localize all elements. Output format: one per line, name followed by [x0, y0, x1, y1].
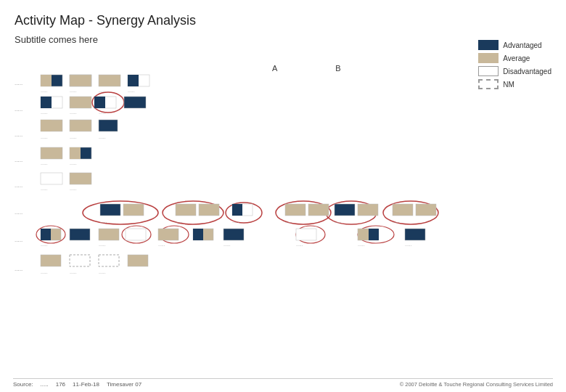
legend-box-disadvantaged: [478, 66, 499, 76]
svg-rect-54: [232, 204, 242, 216]
svg-text:.....: .....: [41, 88, 48, 93]
svg-rect-75: [126, 229, 146, 240]
svg-text:.....: .....: [393, 219, 400, 224]
legend-item-nm: NM: [478, 79, 551, 89]
legend-box-average: [478, 53, 499, 63]
svg-rect-55: [285, 204, 305, 216]
legend-label-disadvantaged: Disadvantaged: [503, 68, 551, 75]
legend-item-disadvantaged: Disadvantaged: [478, 66, 551, 76]
row1-label: .....: [15, 80, 22, 86]
svg-rect-84: [369, 229, 379, 240]
svg-text:.....: .....: [15, 237, 22, 243]
legend-item-advantaged: Advantaged: [478, 40, 551, 50]
svg-rect-1: [41, 75, 52, 86]
svg-rect-78: [193, 229, 203, 240]
svg-rect-69: [41, 229, 51, 240]
legend-label-advantaged: Advantaged: [503, 41, 541, 49]
svg-text:.....: .....: [176, 219, 183, 224]
svg-text:.....: .....: [99, 269, 106, 274]
svg-text:.....: .....: [15, 157, 22, 163]
svg-text:.....: .....: [285, 219, 292, 224]
footer-source-value: .....: [41, 381, 49, 388]
svg-text:.....: .....: [15, 209, 22, 216]
svg-rect-50: [123, 204, 144, 216]
legend-item-average: Average: [478, 53, 551, 63]
svg-rect-26: [70, 120, 91, 131]
svg-text:.....: .....: [15, 106, 22, 113]
footer-date: 11-Feb-18: [73, 381, 99, 388]
svg-rect-14: [41, 97, 52, 108]
legend-box-nm: [478, 79, 499, 89]
svg-text:.....: .....: [296, 242, 303, 247]
svg-text:.....: .....: [358, 242, 365, 247]
svg-text:.....: .....: [70, 269, 77, 274]
svg-rect-27: [99, 120, 118, 131]
legend-label-nm: NM: [503, 81, 514, 89]
footer-source-label: Source:: [13, 381, 33, 388]
svg-text:.....: .....: [232, 219, 239, 224]
svg-text:.....: .....: [99, 242, 106, 247]
page-subtitle: Subtitle comes here: [15, 34, 551, 45]
svg-rect-19: [124, 97, 146, 108]
svg-text:.....: .....: [15, 266, 22, 272]
svg-text:.....: .....: [158, 242, 165, 247]
svg-text:.....: .....: [70, 88, 77, 93]
svg-rect-76: [158, 229, 179, 240]
activity-map-svg: ..... ..... ..... ..... ..... ..... ....…: [13, 69, 456, 352]
svg-rect-60: [416, 204, 436, 216]
svg-text:.....: .....: [41, 242, 48, 247]
svg-text:.....: .....: [335, 219, 342, 224]
svg-rect-15: [70, 97, 91, 108]
svg-rect-49: [100, 204, 120, 216]
svg-text:.....: .....: [99, 134, 106, 139]
legend: Advantaged Average Disadvantaged NM: [478, 40, 551, 89]
svg-rect-38: [41, 173, 62, 184]
svg-text:.....: .....: [99, 110, 106, 115]
svg-rect-81: [296, 229, 316, 240]
svg-rect-95: [70, 255, 90, 266]
svg-rect-58: [358, 204, 378, 216]
svg-text:.....: .....: [15, 131, 22, 138]
svg-rect-70: [70, 229, 90, 240]
svg-rect-5: [99, 75, 120, 86]
svg-text:.....: .....: [100, 219, 107, 224]
svg-rect-85: [405, 229, 425, 240]
svg-text:.....: .....: [70, 110, 77, 115]
svg-text:.....: .....: [70, 160, 77, 166]
svg-rect-34: [70, 147, 81, 159]
svg-rect-7: [128, 75, 139, 86]
svg-text:.....: .....: [41, 269, 48, 274]
footer-copyright: © 2007 Deloitte & Touche Regional Consul…: [400, 381, 553, 388]
svg-rect-18: [94, 97, 105, 108]
svg-rect-56: [308, 204, 329, 216]
footer-tool: Timesaver 07: [107, 381, 142, 388]
svg-rect-79: [223, 229, 244, 240]
svg-rect-57: [335, 204, 355, 216]
footer: Source: ..... 176 11-Feb-18 Timesaver 07…: [13, 378, 553, 388]
page: Activity Map - Synergy Analysis Subtitle…: [0, 0, 566, 392]
svg-text:.....: .....: [41, 186, 48, 191]
svg-text:.....: .....: [41, 134, 48, 139]
footer-page-num: 176: [56, 381, 65, 388]
page-title: Activity Map - Synergy Analysis: [15, 13, 551, 28]
svg-text:.....: .....: [41, 160, 48, 166]
legend-box-advantaged: [478, 40, 499, 50]
svg-text:.....: .....: [70, 134, 77, 139]
svg-rect-39: [70, 173, 91, 184]
svg-rect-25: [41, 120, 52, 131]
svg-text:.....: .....: [405, 242, 412, 247]
svg-rect-96: [99, 255, 119, 266]
svg-rect-71: [99, 229, 119, 240]
legend-label-average: Average: [503, 54, 530, 62]
svg-text:.....: .....: [15, 182, 22, 189]
svg-rect-51: [176, 204, 196, 216]
svg-rect-52: [199, 204, 219, 216]
footer-left: Source: ..... 176 11-Feb-18 Timesaver 07: [13, 381, 142, 388]
svg-rect-59: [393, 204, 413, 216]
svg-rect-94: [41, 255, 61, 266]
svg-text:.....: .....: [223, 242, 231, 247]
svg-rect-4: [70, 75, 91, 86]
svg-text:.....: .....: [128, 88, 135, 93]
svg-text:.....: .....: [41, 110, 48, 115]
svg-text:.....: .....: [70, 186, 77, 191]
